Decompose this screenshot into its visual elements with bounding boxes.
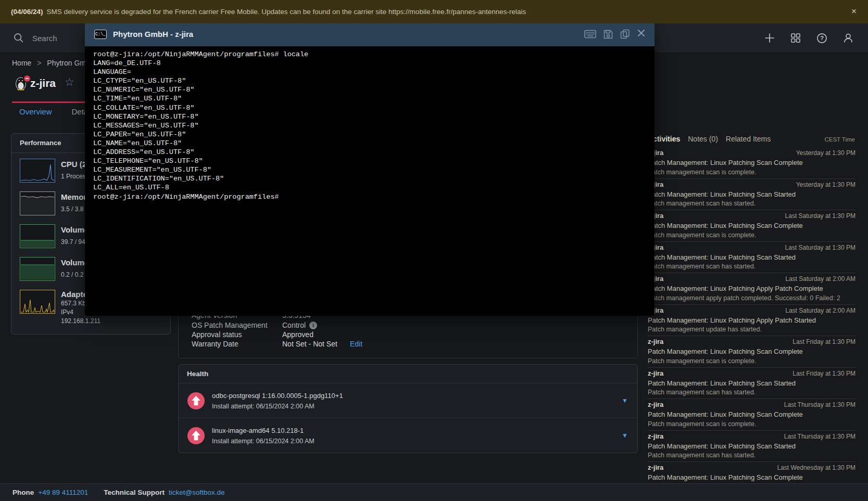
terminal-line: LC_PAPER="en_US.UTF-8"	[93, 130, 655, 139]
field-value: Control	[282, 321, 306, 329]
terminal-line: root@z-jira:/opt/NinjaRMMAgent/programfi…	[93, 192, 655, 201]
activity-timestamp: Yesterday at 1:30 PM	[796, 181, 856, 189]
pending-update-icon	[187, 427, 205, 445]
expand-caret-icon[interactable]: ▼	[622, 432, 628, 439]
activity-title: Patch Management: Linux Patching Scan St…	[648, 253, 856, 262]
activity-title: Patch Management: Linux Patching Scan Co…	[648, 222, 856, 230]
activity-item: z-jiraYesterday at 1:30 PM Patch Managem…	[648, 179, 856, 211]
terminal-line: root@z-jira:/opt/NinjaRMMAgent/programfi…	[93, 50, 655, 59]
activity-description: Patch management scan is complete.	[648, 357, 856, 365]
terminal-line: LC_MEASUREMENT="en_US.UTF-8"	[93, 165, 655, 174]
activity-title: Patch Management: Linux Patching Scan Co…	[648, 348, 856, 356]
activity-item: z-jiraLast Friday at 1:30 PM Patch Manag…	[648, 368, 856, 400]
add-icon[interactable]	[764, 33, 775, 43]
search-icon	[14, 33, 24, 43]
health-row[interactable]: linux-image-amd64 5.10.218-1 Install att…	[179, 418, 637, 453]
memory-sparkline-chart	[20, 191, 55, 215]
favorite-star-icon[interactable]: ☆	[65, 76, 74, 88]
activity-title: Patch Management: Linux Patching Scan Co…	[648, 159, 856, 167]
tab-overview[interactable]: Overview	[19, 107, 52, 116]
tab-related-items[interactable]: Related Items	[726, 135, 771, 143]
terminal-titlebar[interactable]: C:\_ Phytron GmbH - z-jira	[85, 22, 655, 46]
activity-timestamp: Last Saturday at 2:00 AM	[785, 306, 856, 315]
save-icon[interactable]	[603, 30, 613, 39]
activity-item: z-jiraLast Thursday at 1:30 PM Patch Man…	[648, 431, 856, 463]
breadcrumb-separator: >	[37, 59, 41, 67]
activity-timestamp: Last Friday at 1:30 PM	[792, 338, 856, 346]
help-icon[interactable]: ?	[816, 33, 827, 44]
terminal-close-icon[interactable]	[637, 29, 645, 39]
activity-item: z-jiraLast Saturday at 1:30 PM Patch Man…	[648, 242, 856, 274]
activity-device-link[interactable]: z-jira	[648, 432, 663, 441]
activity-timestamp: Yesterday at 1:30 PM	[796, 149, 856, 157]
support-email-link[interactable]: ticket@softbox.de	[169, 489, 225, 496]
activity-title: Patch Management: Linux Patching Scan Co…	[648, 410, 856, 419]
terminal-line: LC_MONETARY="en_US.UTF-8"	[93, 112, 655, 121]
search-input[interactable]: Search	[14, 23, 57, 53]
activity-feed: z-jiraYesterday at 1:30 PM Patch Managem…	[648, 147, 856, 501]
banner-message: SMS delivery service is degraded for the…	[47, 8, 526, 16]
terminal-line: LANG=de_DE.UTF-8	[93, 59, 655, 68]
right-panel-tabs: Activities Notes (0) Related Items	[648, 135, 771, 143]
banner-close-icon[interactable]: ×	[848, 6, 860, 17]
apps-grid-icon[interactable]	[790, 33, 801, 43]
activity-description: Patch management scan has started.	[648, 452, 856, 459]
breadcrumb: Home > Phytron GmbH	[12, 59, 95, 67]
field-value: Not Set - Not Set	[282, 340, 337, 348]
tab-notes[interactable]: Notes (0)	[688, 135, 718, 143]
virtual-keyboard-icon[interactable]	[584, 30, 596, 38]
header-actions: ?	[764, 23, 853, 53]
breadcrumb-home[interactable]: Home	[12, 59, 31, 67]
terminal-line: LC_COLLATE="en_US.UTF-8"	[93, 104, 655, 112]
activity-timestamp: Last Saturday at 1:30 PM	[785, 243, 856, 252]
activity-device-link[interactable]: z-jira	[648, 401, 663, 409]
terminal-line: LC_IDENTIFICATION="en_US.UTF-8"	[93, 174, 655, 183]
health-panel: Health odbc-postgresql 1:16.00.0005-1.pg…	[178, 364, 638, 453]
activity-device-link[interactable]: z-jira	[648, 464, 663, 472]
activity-timestamp: Last Thursday at 1:30 PM	[784, 401, 856, 409]
device-tabs: Overview Details	[19, 107, 95, 116]
activity-timestamp: Last Wednesday at 1:30 PM	[777, 464, 856, 472]
field-label: OS Patch Management	[192, 321, 282, 329]
activity-timestamp: Last Friday at 1:30 PM	[792, 369, 856, 378]
terminal-line: LC_CTYPE="en_US.UTF-8"	[93, 76, 655, 85]
terminal-output[interactable]: root@z-jira:/opt/NinjaRMMAgent/programfi…	[85, 46, 655, 316]
terminal-line: LC_ALL=en_US.UTF-8	[93, 183, 655, 192]
command-prompt-icon: C:\_	[94, 30, 107, 39]
support-label: Technical Support	[104, 489, 165, 496]
activity-description: Patch management update has started.	[648, 326, 856, 333]
field-label: Approval status	[192, 330, 282, 339]
footer: Phone +49 89 4111201 Technical Support t…	[0, 483, 868, 501]
health-row[interactable]: odbc-postgresql 1:16.00.0005-1.pgdg110+1…	[179, 383, 637, 418]
activity-description: Patch management scan has started.	[648, 263, 856, 271]
activity-device-link[interactable]: z-jira	[648, 338, 663, 346]
terminal-line: LC_NUMERIC="en_US.UTF-8"	[93, 85, 655, 94]
field-value: Approved	[282, 330, 313, 339]
field-label: Warranty Date	[192, 340, 282, 348]
activity-item: z-jiraLast Thursday at 1:30 PM Patch Man…	[648, 399, 856, 431]
volume1-chart	[20, 224, 55, 248]
terminal-line: LC_ADDRESS="en_US.UTF-8"	[93, 148, 655, 157]
patch-detail: Install attempt: 06/15/2024 2:00 AM	[212, 438, 315, 445]
warranty-edit-link[interactable]: Edit	[350, 340, 362, 348]
activity-item: z-jiraLast Saturday at 1:30 PM Patch Man…	[648, 210, 856, 242]
cpu-sparkline-chart	[20, 159, 55, 183]
activity-description: Patch management scan is complete.	[648, 169, 856, 176]
activity-description: Patch management scan is complete.	[648, 232, 856, 239]
user-profile-icon[interactable]	[843, 33, 853, 43]
terminal-line: LC_MESSAGES="en_US.UTF-8"	[93, 121, 655, 130]
patch-name: linux-image-amd64 5.10.218-1	[212, 427, 315, 434]
activity-description: Patch management scan is complete.	[648, 420, 856, 428]
patch-name: odbc-postgresql 1:16.00.0005-1.pgdg110+1	[212, 392, 343, 400]
info-icon[interactable]: i	[309, 322, 317, 329]
expand-caret-icon[interactable]: ▼	[622, 397, 628, 404]
activity-timestamp: Last Thursday at 1:30 PM	[784, 432, 856, 441]
activity-title: Patch Management: Linux Patching Scan St…	[648, 190, 856, 199]
activity-device-link[interactable]: z-jira	[648, 369, 663, 378]
activity-title: Patch Management: Linux Patching Scan St…	[648, 442, 856, 451]
activity-title: Patch Management: Linux Patching Scan Co…	[648, 473, 856, 482]
copy-icon[interactable]	[620, 29, 630, 39]
field-approval-status: Approval status Approved	[192, 330, 313, 339]
app-window: (04/06/24) SMS delivery service is degra…	[0, 0, 868, 501]
phone-link[interactable]: +49 89 4111201	[38, 489, 88, 496]
